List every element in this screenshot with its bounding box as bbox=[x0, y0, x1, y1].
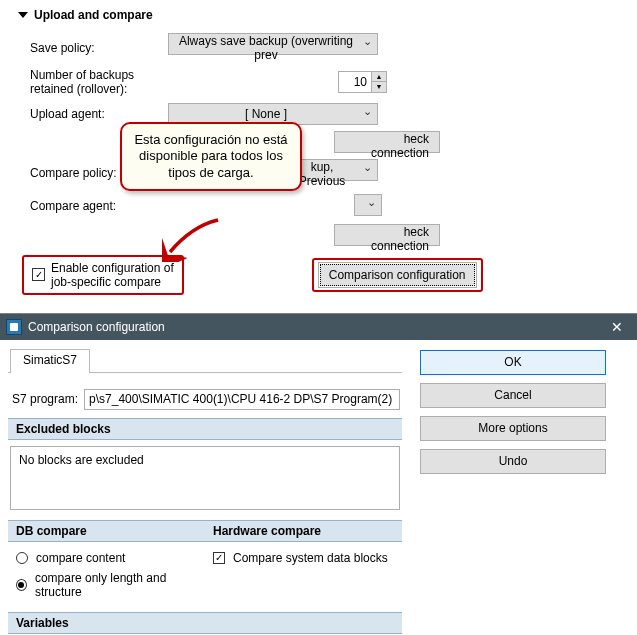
save-policy-dropdown[interactable]: Always save backup (overwriting prev bbox=[168, 33, 378, 55]
dialog-title: Comparison configuration bbox=[28, 320, 165, 334]
check-connection-button-2[interactable]: heck connection bbox=[334, 224, 440, 246]
excluded-blocks-box[interactable]: No blocks are excluded bbox=[10, 446, 400, 510]
backups-retained-input[interactable] bbox=[338, 71, 372, 93]
dialog-button-column: OK Cancel More options Undo bbox=[420, 348, 606, 635]
hw-compare-system-blocks-checkbox[interactable]: ✓ Compare system data blocks bbox=[213, 548, 394, 568]
section-title: Upload and compare bbox=[34, 8, 153, 22]
comparison-configuration-dialog: Comparison configuration ✕ SimaticS7 S7 … bbox=[0, 313, 637, 635]
row-upload-agent: Upload agent: [ None ] bbox=[0, 100, 637, 128]
backups-retained-spinner[interactable]: ▲ ▼ bbox=[338, 71, 387, 93]
comparison-configuration-box: Comparison configuration bbox=[312, 258, 483, 292]
dialog-icon bbox=[6, 319, 22, 335]
db-compare-length-radio[interactable]: compare only length and structure bbox=[16, 568, 197, 602]
row-backup-count: Number of backups retained (rollover): ▲… bbox=[0, 65, 637, 100]
dialog-body: SimaticS7 S7 program: Excluded blocks No… bbox=[0, 340, 637, 635]
db-compare-content-radio[interactable]: compare content bbox=[16, 548, 197, 568]
row-s7-program: S7 program: bbox=[8, 373, 402, 418]
red-arrow-icon bbox=[162, 218, 222, 262]
close-icon[interactable]: ✕ bbox=[597, 314, 637, 340]
s7-program-label: S7 program: bbox=[12, 392, 78, 406]
more-options-button[interactable]: More options bbox=[420, 416, 606, 441]
row-check-connection-2: heck connection bbox=[0, 221, 637, 249]
compare-columns: DB compare compare content compare only … bbox=[8, 520, 402, 612]
dialog-left-pane: SimaticS7 S7 program: Excluded blocks No… bbox=[8, 348, 402, 635]
enable-job-specific-compare-checkbox[interactable]: ✓ bbox=[32, 268, 45, 281]
radio-icon bbox=[16, 552, 28, 564]
comparison-configuration-button[interactable]: Comparison configuration bbox=[320, 264, 475, 286]
backups-retained-label: Number of backups retained (rollover): bbox=[30, 68, 168, 97]
spinner-down-icon[interactable]: ▼ bbox=[372, 82, 386, 92]
check-connection-button-1[interactable]: heck connection bbox=[334, 131, 440, 153]
section-header[interactable]: Upload and compare bbox=[0, 4, 637, 30]
dialog-titlebar[interactable]: Comparison configuration ✕ bbox=[0, 314, 637, 340]
ok-button[interactable]: OK bbox=[420, 350, 606, 375]
chevron-down-icon bbox=[18, 12, 28, 18]
excluded-blocks-message: No blocks are excluded bbox=[19, 453, 144, 467]
row-save-policy: Save policy: Always save backup (overwri… bbox=[0, 30, 637, 65]
hardware-compare-header: Hardware compare bbox=[205, 520, 402, 542]
checkbox-checked-icon: ✓ bbox=[213, 552, 225, 564]
compare-agent-label: Compare agent: bbox=[30, 199, 168, 213]
row-compare-agent: Compare agent: bbox=[0, 191, 637, 221]
save-policy-label: Save policy: bbox=[30, 41, 168, 55]
excluded-blocks-header: Excluded blocks bbox=[8, 418, 402, 440]
upload-compare-panel: Upload and compare Save policy: Always s… bbox=[0, 0, 637, 313]
spinner-up-icon[interactable]: ▲ bbox=[372, 72, 386, 82]
tab-simatic-s7[interactable]: SimaticS7 bbox=[10, 349, 90, 373]
row-compare-policy: Compare policy: kup, Previous bbox=[0, 156, 637, 191]
radio-selected-icon bbox=[16, 579, 27, 591]
db-compare-header: DB compare bbox=[8, 520, 205, 542]
upload-agent-label: Upload agent: bbox=[30, 107, 168, 121]
undo-button[interactable]: Undo bbox=[420, 449, 606, 474]
compare-agent-dropdown[interactable] bbox=[354, 194, 382, 216]
cancel-button[interactable]: Cancel bbox=[420, 383, 606, 408]
enable-job-specific-compare-label: Enable configuration of job-specific com… bbox=[51, 261, 174, 289]
highlight-row: ✓ Enable configuration of job-specific c… bbox=[0, 249, 637, 303]
row-check-connection-1: heck connection bbox=[0, 128, 637, 156]
s7-program-input[interactable] bbox=[84, 389, 400, 410]
callout-note: Esta configuración no está disponible pa… bbox=[120, 122, 302, 191]
variables-header: Variables bbox=[8, 612, 402, 634]
enable-job-specific-compare-box: ✓ Enable configuration of job-specific c… bbox=[22, 255, 184, 295]
tabstrip: SimaticS7 bbox=[8, 348, 402, 373]
